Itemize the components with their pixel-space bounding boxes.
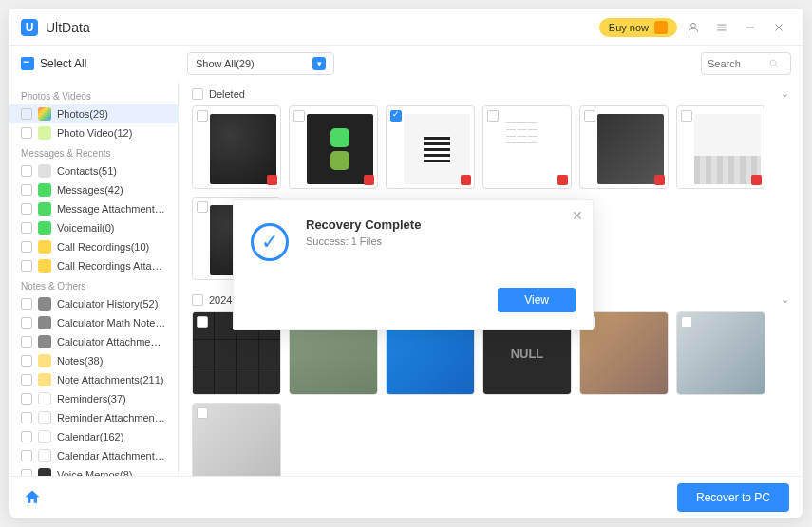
- chevron-down-icon[interactable]: ⌄: [781, 87, 789, 100]
- search-input-wrapper[interactable]: [701, 52, 791, 75]
- select-all-checkbox[interactable]: Select All: [21, 57, 178, 70]
- sidebar-item-message-attachments[interactable]: Message Attachments(16): [9, 199, 178, 218]
- section-messages-recents: Messages & Recents: [9, 142, 178, 161]
- svg-line-8: [776, 66, 779, 68]
- svg-point-7: [770, 60, 776, 66]
- account-icon[interactable]: [681, 15, 706, 40]
- deleted-badge-icon: [557, 175, 568, 185]
- sidebar-item-note-attachments[interactable]: Note Attachments(211): [9, 370, 178, 389]
- section-photos-videos: Photos & Videos: [9, 85, 178, 104]
- sidebar-item-notes[interactable]: Notes(38): [9, 351, 178, 370]
- group-header-deleted[interactable]: Deleted ⌄: [192, 82, 789, 105]
- group-checkbox[interactable]: [192, 88, 203, 100]
- checkbox-indeterminate-icon: [21, 57, 34, 70]
- thumb-checkbox[interactable]: [197, 316, 208, 328]
- deleted-badge-icon: [267, 175, 277, 185]
- phone-icon: [38, 259, 51, 273]
- deleted-badge-icon: [364, 175, 374, 185]
- search-icon: [768, 58, 780, 69]
- view-button[interactable]: View: [498, 288, 576, 312]
- attachment-icon: [38, 202, 51, 216]
- home-icon[interactable]: [23, 488, 42, 507]
- group-label: Deleted: [209, 88, 245, 100]
- close-button[interactable]: [766, 15, 791, 40]
- phone-icon: [38, 240, 51, 254]
- toolbar: Select All Show All(29): [9, 46, 803, 82]
- reminders-icon: [38, 411, 51, 424]
- group-label: 2024: [209, 294, 232, 306]
- thumb-checkbox[interactable]: [197, 110, 208, 122]
- photo-thumbnail[interactable]: [192, 105, 281, 189]
- calculator-icon: [38, 316, 51, 329]
- filter-label: Show All(29): [196, 58, 255, 69]
- minimize-button[interactable]: [738, 15, 763, 40]
- buy-now-label: Buy now: [609, 22, 649, 33]
- chevron-down-icon: [312, 57, 326, 70]
- sidebar-item-contacts[interactable]: Contacts(51): [9, 161, 178, 180]
- sidebar-item-voicemail[interactable]: Voicemail(0): [9, 218, 178, 237]
- thumb-checkbox[interactable]: [197, 407, 208, 419]
- sidebar-item-calendar[interactable]: Calendar(162): [9, 427, 178, 446]
- sidebar-item-photos[interactable]: Photos(29): [9, 104, 178, 123]
- close-icon[interactable]: ✕: [572, 208, 583, 223]
- app-logo-icon: U: [21, 19, 38, 36]
- calendar-icon: [38, 430, 51, 443]
- video-icon: [38, 126, 51, 140]
- thumbnail-row: —— —— ———— —— ———— —— ———— —— ——: [192, 105, 789, 189]
- dialog-subtitle: Success: 1 Files: [306, 235, 576, 247]
- chevron-down-icon[interactable]: ⌄: [781, 293, 789, 306]
- thumb-checkbox[interactable]: [681, 110, 692, 122]
- thumb-checkbox[interactable]: [197, 201, 208, 213]
- sidebar-item-calculator-math-notes[interactable]: Calculator Math Notes(6): [9, 313, 178, 332]
- sidebar-item-calendar-attachments[interactable]: Calendar Attachments(1): [9, 446, 178, 465]
- voicemail-icon: [38, 221, 51, 235]
- sidebar-item-calculator-history[interactable]: Calculator History(52): [9, 294, 178, 313]
- sidebar-item-call-recordings[interactable]: Call Recordings(10): [9, 237, 178, 256]
- null-placeholder: NULL: [511, 347, 544, 361]
- search-input[interactable]: [708, 58, 765, 69]
- sidebar-item-photo-video[interactable]: Photo Video(12): [9, 123, 178, 142]
- deleted-badge-icon: [461, 175, 471, 185]
- deleted-badge-icon: [751, 175, 762, 185]
- thumb-checkbox[interactable]: [681, 316, 692, 328]
- recovery-complete-dialog: ✕ Recovery Complete Success: 1 Files Vie…: [233, 199, 594, 330]
- sidebar-item-call-recording-attachments[interactable]: Call Recordings Attachment...: [9, 256, 178, 275]
- photo-thumbnail[interactable]: [579, 105, 669, 189]
- menu-icon[interactable]: [709, 15, 734, 40]
- filter-dropdown[interactable]: Show All(29): [187, 52, 334, 75]
- select-all-label: Select All: [40, 57, 86, 70]
- thumbnail-row: [192, 403, 789, 476]
- notes-icon: [38, 373, 51, 386]
- photos-icon: [38, 107, 51, 121]
- reminders-icon: [38, 392, 51, 405]
- calendar-icon: [38, 449, 51, 462]
- sidebar-item-reminder-attachments[interactable]: Reminder Attachments(27): [9, 408, 178, 427]
- sidebar-item-voice-memos[interactable]: Voice Memos(8): [9, 465, 178, 476]
- dialog-title: Recovery Complete: [306, 217, 576, 232]
- thumb-checkbox[interactable]: [390, 110, 402, 122]
- recover-button[interactable]: Recover to PC: [677, 483, 789, 512]
- photo-thumbnail[interactable]: [676, 311, 765, 395]
- photo-thumbnail[interactable]: [676, 105, 765, 189]
- voice-memo-icon: [38, 468, 51, 476]
- sidebar-item-messages[interactable]: Messages(42): [9, 180, 178, 199]
- notes-icon: [38, 354, 51, 367]
- thumb-checkbox[interactable]: [487, 110, 499, 122]
- footer: Recover to PC: [9, 476, 803, 518]
- photo-thumbnail[interactable]: —— —— ———— —— ———— —— ———— —— ——: [482, 105, 572, 189]
- section-notes-others: Notes & Others: [9, 275, 178, 294]
- group-checkbox[interactable]: [192, 294, 203, 306]
- thumb-checkbox[interactable]: [293, 110, 305, 122]
- calculator-icon: [38, 297, 51, 311]
- sidebar-item-reminders[interactable]: Reminders(37): [9, 389, 178, 408]
- thumb-checkbox[interactable]: [584, 110, 595, 122]
- titlebar: U UltData Buy now: [9, 9, 803, 46]
- checkmark-circle-icon: [251, 223, 289, 261]
- photo-thumbnail[interactable]: [192, 403, 281, 476]
- photo-thumbnail[interactable]: [289, 105, 378, 189]
- sidebar-item-calculator-attachments[interactable]: Calculator Attachments(30): [9, 332, 178, 351]
- photo-thumbnail[interactable]: [386, 105, 475, 189]
- buy-now-button[interactable]: Buy now: [599, 18, 677, 37]
- sidebar[interactable]: Photos & Videos Photos(29) Photo Video(1…: [9, 82, 179, 476]
- contacts-icon: [38, 164, 51, 178]
